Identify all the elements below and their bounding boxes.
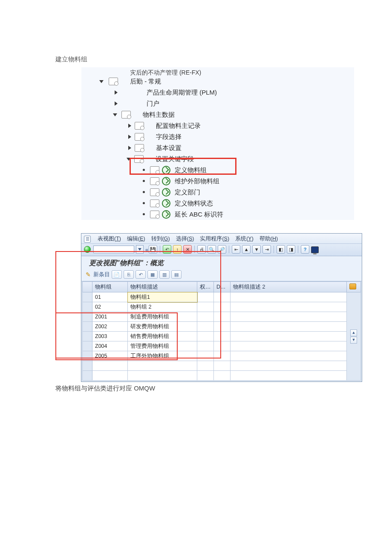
- row-selector[interactable]: [83, 322, 92, 332]
- cell-d[interactable]: [214, 341, 231, 351]
- cell-code[interactable]: [92, 361, 128, 371]
- scroll-up-icon[interactable]: ▲: [350, 330, 357, 336]
- vscrollbar[interactable]: ▲ ▼: [347, 292, 361, 381]
- tree-node-basic[interactable]: 基本设置: [154, 144, 182, 152]
- selector-header[interactable]: [83, 282, 92, 292]
- cell-d[interactable]: [214, 371, 231, 381]
- cell-auth[interactable]: [197, 332, 214, 341]
- window-menu-icon[interactable]: ☰: [84, 236, 91, 243]
- new-session-button[interactable]: ◧: [277, 245, 285, 254]
- delimit-button[interactable]: ▤: [171, 270, 182, 279]
- tree-leaf-ext-matgroup[interactable]: 维护外部物料组: [173, 177, 219, 185]
- table-row[interactable]: Z005 工序外协物料组: [83, 351, 361, 361]
- execute-icon[interactable]: [162, 210, 170, 219]
- expand-icon[interactable]: [115, 101, 118, 106]
- find-next-button[interactable]: 🔎: [218, 245, 226, 254]
- execute-icon[interactable]: [162, 177, 170, 185]
- execute-icon[interactable]: [162, 166, 170, 174]
- cell-code[interactable]: Z002: [92, 322, 128, 332]
- next-page-button[interactable]: ▼: [252, 245, 261, 254]
- menu-edit[interactable]: 编辑(E): [127, 235, 145, 243]
- tree-node-plm[interactable]: 产品生命周期管理 (PLM): [145, 89, 217, 97]
- row-selector[interactable]: [83, 292, 92, 302]
- expand-icon[interactable]: [113, 113, 117, 116]
- prev-page-button[interactable]: ▲: [242, 245, 251, 254]
- command-dropdown[interactable]: [136, 245, 144, 254]
- tree-leaf-define-dept[interactable]: 定义部门: [173, 188, 200, 197]
- tree-node-mm[interactable]: 物料主数据: [141, 111, 175, 119]
- cell-code[interactable]: Z003: [92, 332, 128, 341]
- cell-d[interactable]: [214, 302, 231, 312]
- col-desc[interactable]: 物料组描述: [128, 282, 197, 292]
- shortcut-button[interactable]: ◨: [287, 245, 295, 254]
- select-all-button[interactable]: ▦: [147, 270, 158, 279]
- expand-icon[interactable]: [128, 135, 131, 139]
- expand-icon[interactable]: [115, 90, 118, 95]
- cell-desc2[interactable]: [231, 351, 347, 361]
- table-row[interactable]: 01 物料组1 ▲ ▼: [83, 292, 361, 302]
- cell-desc2[interactable]: [231, 312, 347, 322]
- cell-auth[interactable]: [197, 351, 214, 361]
- menu-tableview[interactable]: 表视图(T): [98, 235, 121, 243]
- tree-node-refx[interactable]: 灾后的不动产管理 (RE-FX): [128, 67, 201, 76]
- row-selector[interactable]: [83, 351, 92, 361]
- tree-node-config-mm[interactable]: 配置物料主记录: [154, 122, 201, 130]
- cell-desc[interactable]: 工序外协物料组: [128, 351, 197, 361]
- cell-desc[interactable]: 研发费用物料组: [128, 322, 197, 332]
- cell-desc2[interactable]: [231, 341, 347, 351]
- tree-node-portal[interactable]: 门户: [145, 100, 159, 108]
- cell-auth[interactable]: [197, 302, 214, 312]
- col-code[interactable]: 物料组: [92, 282, 128, 292]
- cell-desc[interactable]: [128, 371, 197, 381]
- first-page-button[interactable]: ⇤: [232, 245, 240, 254]
- table-row[interactable]: Z001 制造费用物料组: [83, 312, 361, 322]
- row-selector[interactable]: [83, 371, 92, 381]
- row-selector[interactable]: [83, 332, 92, 341]
- cell-d[interactable]: [214, 292, 231, 302]
- col-desc2[interactable]: 物料组描述 2: [231, 282, 347, 292]
- cell-desc2[interactable]: [231, 332, 347, 341]
- expand-icon[interactable]: [99, 80, 104, 83]
- table-row[interactable]: Z003 销售费用物料组: [83, 332, 361, 341]
- collapse-icon[interactable]: «: [145, 246, 147, 253]
- menu-utilities[interactable]: 实用程序(S): [200, 235, 229, 243]
- cell-auth[interactable]: [197, 292, 214, 302]
- tree-leaf-abc[interactable]: 延长 ABC 标识符: [173, 211, 223, 219]
- enter-icon[interactable]: [84, 246, 91, 253]
- tree-node-keyfields[interactable]: 设置关键字段: [154, 155, 194, 163]
- menu-goto[interactable]: 转到(G): [151, 235, 170, 243]
- cell-desc[interactable]: 销售费用物料组: [128, 332, 197, 341]
- cell-d[interactable]: [214, 322, 231, 332]
- cell-code[interactable]: 02: [92, 302, 128, 312]
- exit-button[interactable]: ↑: [173, 245, 182, 254]
- last-page-button[interactable]: ⇥: [262, 245, 271, 254]
- table-row[interactable]: [83, 371, 361, 381]
- tree-leaf-matstatus[interactable]: 定义物料状态: [173, 199, 213, 208]
- new-entries-button[interactable]: 新条目: [93, 271, 110, 278]
- row-selector[interactable]: [83, 302, 92, 312]
- execute-icon[interactable]: [162, 188, 170, 197]
- command-field[interactable]: [93, 246, 134, 253]
- cell-auth[interactable]: [197, 371, 214, 381]
- expand-icon[interactable]: [128, 124, 131, 128]
- cell-desc[interactable]: 物料组 2: [128, 302, 197, 312]
- row-selector[interactable]: [83, 341, 92, 351]
- cell-desc[interactable]: 制造费用物料组: [128, 312, 197, 322]
- col-d[interactable]: D…: [214, 282, 231, 292]
- cell-desc2[interactable]: [231, 371, 347, 381]
- execute-icon[interactable]: [162, 199, 170, 208]
- save-button[interactable]: 💾: [149, 245, 157, 254]
- cell-code[interactable]: Z004: [92, 341, 128, 351]
- tree-node-logistics[interactable]: 后勤 - 常规: [128, 78, 161, 86]
- cell-auth[interactable]: [197, 312, 214, 322]
- copy-as-button[interactable]: ⎘: [124, 270, 134, 279]
- expand-icon[interactable]: [128, 146, 131, 150]
- tree-leaf-define-matgroup[interactable]: 定义物料组: [173, 166, 207, 174]
- tree-node-fieldsel[interactable]: 字段选择: [154, 133, 182, 141]
- table-settings-button[interactable]: [347, 282, 361, 292]
- menu-help[interactable]: 帮助(H): [259, 235, 278, 243]
- edit-icon[interactable]: ✎: [86, 271, 91, 278]
- table-row[interactable]: [83, 361, 361, 371]
- cell-desc[interactable]: 管理费用物料组: [128, 341, 197, 351]
- menu-select[interactable]: 选择(S): [176, 235, 194, 243]
